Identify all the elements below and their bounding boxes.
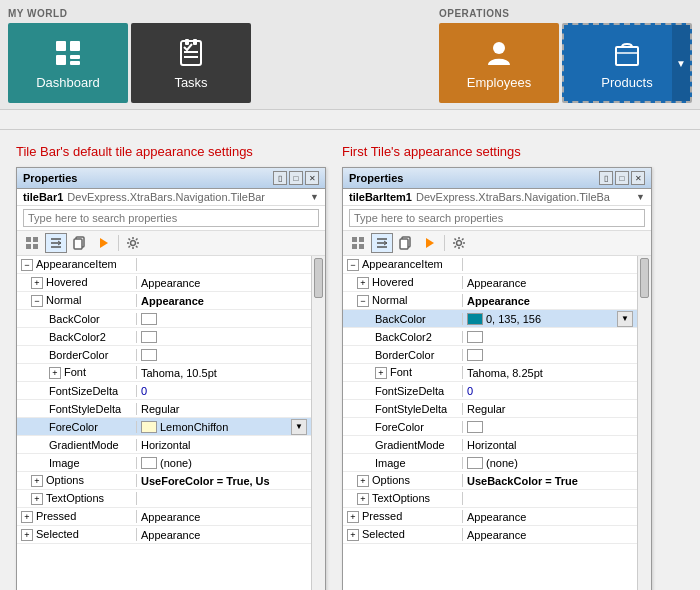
main-content: Tile Bar's default tile appearance setti… xyxy=(0,130,700,590)
image-swatch[interactable] xyxy=(141,457,157,469)
left-restore-button[interactable]: □ xyxy=(289,171,303,185)
left-pin-button[interactable]: ▯ xyxy=(273,171,287,185)
expand-options[interactable]: + xyxy=(31,475,43,487)
right-object-dropdown[interactable]: ▼ xyxy=(636,192,645,202)
right-forecolor-swatch[interactable] xyxy=(467,421,483,433)
operations-tiles: Employees Products ▼ xyxy=(439,23,692,103)
prop-name-backcolor2: BackColor2 xyxy=(17,331,137,343)
right-expand-options[interactable]: + xyxy=(357,475,369,487)
tile-employees[interactable]: Employees xyxy=(439,23,559,103)
left-object-type: DevExpress.XtraBars.Navigation.TileBar xyxy=(67,191,265,203)
right-prop-name-backcolor[interactable]: BackColor xyxy=(343,313,463,325)
left-search-input[interactable] xyxy=(23,209,319,227)
left-events-btn[interactable] xyxy=(93,233,115,253)
right-search-input[interactable] xyxy=(349,209,645,227)
svg-rect-6 xyxy=(185,39,189,45)
expand-appearanceitem[interactable]: − xyxy=(21,259,33,271)
svg-rect-3 xyxy=(70,55,80,59)
expand-pressed[interactable]: + xyxy=(21,511,33,523)
prop-row-selected: +Selected Appearance xyxy=(17,526,311,544)
right-image-swatch[interactable] xyxy=(467,457,483,469)
svg-rect-0 xyxy=(56,41,66,51)
right-prop-name-normal: −Normal xyxy=(343,294,463,307)
right-close-button[interactable]: ✕ xyxy=(631,171,645,185)
forecolor-swatch[interactable] xyxy=(141,421,157,433)
left-alphabetical-btn[interactable] xyxy=(45,233,67,253)
expand-textoptions[interactable]: + xyxy=(31,493,43,505)
employees-icon xyxy=(483,37,515,69)
expand-normal[interactable]: − xyxy=(31,295,43,307)
prop-value-backcolor2 xyxy=(137,331,311,343)
svg-rect-25 xyxy=(359,237,364,242)
backcolor-swatch[interactable] xyxy=(141,313,157,325)
right-restore-button[interactable]: □ xyxy=(615,171,629,185)
expand-font[interactable]: + xyxy=(49,367,61,379)
backcolor2-swatch[interactable] xyxy=(141,331,157,343)
right-backcolor2-swatch[interactable] xyxy=(467,331,483,343)
left-scrollbar[interactable] xyxy=(311,256,325,590)
forecolor-dropdown[interactable]: ▼ xyxy=(291,419,307,435)
prop-name-forecolor[interactable]: ForeColor xyxy=(17,421,137,433)
products-arrow[interactable]: ▼ xyxy=(672,25,690,101)
prop-value-hovered: Appearance xyxy=(137,277,311,289)
right-copy-btn[interactable] xyxy=(395,233,417,253)
tile-dashboard[interactable]: Dashboard xyxy=(8,23,128,103)
divider xyxy=(0,110,700,130)
tile-tasks[interactable]: Tasks xyxy=(131,23,251,103)
bordercolor-swatch[interactable] xyxy=(141,349,157,361)
right-expand-hovered[interactable]: + xyxy=(357,277,369,289)
right-backcolor-dropdown[interactable]: ▼ xyxy=(617,311,633,327)
prop-row-hovered: +Hovered Appearance xyxy=(17,274,311,292)
right-grid-container: −AppearanceItem +Hovered Appearance xyxy=(343,256,651,590)
right-categorized-btn[interactable] xyxy=(347,233,369,253)
expand-hovered[interactable]: + xyxy=(31,277,43,289)
svg-point-34 xyxy=(457,241,462,246)
left-categorized-btn[interactable] xyxy=(21,233,43,253)
right-expand-appearanceitem[interactable]: − xyxy=(347,259,359,271)
right-pin-button[interactable]: ▯ xyxy=(599,171,613,185)
right-prop-value-fontsizedelta: 0 xyxy=(463,385,637,397)
left-search-container xyxy=(17,206,325,231)
left-scrollbar-thumb[interactable] xyxy=(314,258,323,298)
prop-value-forecolor: LemonChiffon ▼ xyxy=(137,419,311,435)
expand-selected[interactable]: + xyxy=(21,529,33,541)
right-prop-gradientmode: GradientMode Horizontal xyxy=(343,436,637,454)
right-prop-pressed: +Pressed Appearance xyxy=(343,508,637,526)
right-prop-name-options: +Options xyxy=(343,474,463,487)
left-close-button[interactable]: ✕ xyxy=(305,171,319,185)
right-expand-textoptions[interactable]: + xyxy=(357,493,369,505)
right-expand-normal[interactable]: − xyxy=(357,295,369,307)
prop-row-backcolor2: BackColor2 xyxy=(17,328,311,346)
right-expand-font[interactable]: + xyxy=(375,367,387,379)
right-events-btn[interactable] xyxy=(419,233,441,253)
left-settings-btn[interactable] xyxy=(122,233,144,253)
right-backcolor-swatch[interactable] xyxy=(467,313,483,325)
prop-name-backcolor: BackColor xyxy=(17,313,137,325)
right-prop-name-gradientmode: GradientMode xyxy=(343,439,463,451)
right-prop-name-backcolor2: BackColor2 xyxy=(343,331,463,343)
prop-value-fontsizedelta: 0 xyxy=(137,385,311,397)
left-copy-btn[interactable] xyxy=(69,233,91,253)
svg-rect-4 xyxy=(70,61,80,65)
prop-value-backcolor xyxy=(137,313,311,325)
right-scrollbar-thumb[interactable] xyxy=(640,258,649,298)
left-object-dropdown[interactable]: ▼ xyxy=(310,192,319,202)
right-expand-pressed[interactable]: + xyxy=(347,511,359,523)
right-prop-name-font: +Font xyxy=(343,366,463,379)
right-expand-selected[interactable]: + xyxy=(347,529,359,541)
right-bordercolor-swatch[interactable] xyxy=(467,349,483,361)
employees-label: Employees xyxy=(467,75,531,90)
right-panel-title: Properties xyxy=(349,172,403,184)
left-panel-title: Properties xyxy=(23,172,77,184)
right-scrollbar[interactable] xyxy=(637,256,651,590)
left-object-row: tileBar1 DevExpress.XtraBars.Navigation.… xyxy=(17,189,325,206)
right-settings-btn[interactable] xyxy=(448,233,470,253)
right-prop-value-selected-row: Appearance xyxy=(463,529,637,541)
right-alphabetical-btn[interactable] xyxy=(371,233,393,253)
prop-row-forecolor: ForeColor LemonChiffon ▼ xyxy=(17,418,311,436)
prop-row-font: +Font Tahoma, 10.5pt xyxy=(17,364,311,382)
right-panel-section: First Tile's appearance settings Propert… xyxy=(342,144,652,590)
prop-value-image: (none) xyxy=(137,457,311,469)
tile-products[interactable]: Products ▼ xyxy=(562,23,692,103)
right-properties-panel: Properties ▯ □ ✕ tileBarItem1 DevExpress… xyxy=(342,167,652,590)
